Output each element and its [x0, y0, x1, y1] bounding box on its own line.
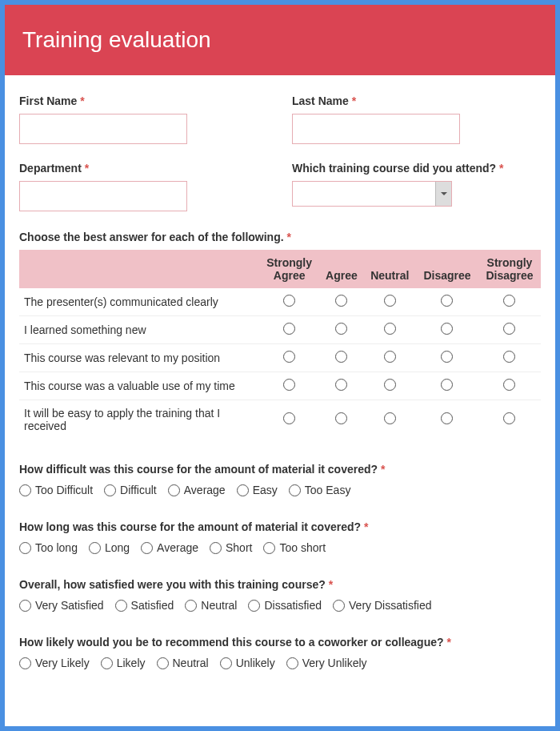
matrix-radio[interactable] [283, 323, 295, 335]
option-radio[interactable] [220, 657, 232, 669]
matrix-radio[interactable] [283, 412, 295, 424]
option[interactable]: Dissatisfied [248, 599, 322, 612]
matrix-cell [364, 372, 416, 400]
option[interactable]: Unlikely [220, 657, 275, 669]
matrix-radio[interactable] [503, 412, 515, 424]
option[interactable]: Average [141, 541, 198, 554]
option[interactable]: Too Difficult [19, 484, 93, 496]
matrix-radio[interactable] [384, 412, 396, 424]
option[interactable]: Average [168, 484, 226, 496]
matrix-radio[interactable] [441, 323, 453, 335]
matrix-cell [416, 344, 478, 372]
first-name-label-text: First Name [19, 94, 77, 107]
option[interactable]: Long [89, 541, 130, 554]
option-label: Long [105, 541, 130, 554]
matrix-row: The presenter(s) communicated clearly [19, 288, 541, 316]
matrix-cell [478, 344, 541, 372]
matrix-cell [259, 344, 319, 372]
option[interactable]: Likely [101, 657, 146, 669]
first-name-input[interactable] [19, 114, 187, 144]
option-radio[interactable] [157, 657, 169, 669]
matrix-header-col: StronglyDisagree [478, 250, 541, 288]
option[interactable]: Very Dissatisfied [333, 599, 431, 612]
matrix-radio[interactable] [335, 351, 347, 363]
matrix-radio[interactable] [335, 295, 347, 307]
option-radio[interactable] [263, 542, 275, 554]
option[interactable]: Too Easy [289, 484, 351, 496]
matrix-header-col: Disagree [416, 250, 478, 288]
option-radio[interactable] [19, 542, 31, 554]
matrix-radio[interactable] [335, 412, 347, 424]
required-asterisk: * [80, 94, 84, 107]
last-name-input[interactable] [292, 114, 460, 144]
matrix-row-label: This course was relevant to my position [19, 344, 259, 372]
matrix-radio[interactable] [335, 379, 347, 391]
option-radio[interactable] [141, 542, 153, 554]
matrix-radio[interactable] [384, 351, 396, 363]
option-radio[interactable] [104, 484, 116, 496]
option-radio[interactable] [19, 484, 31, 496]
matrix-radio[interactable] [283, 295, 295, 307]
option[interactable]: Neutral [185, 599, 237, 612]
question-label: How likely would you be to recommend thi… [19, 636, 541, 649]
matrix-radio[interactable] [441, 379, 453, 391]
option[interactable]: Easy [237, 484, 278, 496]
matrix-radio[interactable] [503, 323, 515, 335]
course-select[interactable] [292, 181, 452, 207]
option-radio[interactable] [19, 600, 31, 612]
option-radio[interactable] [115, 600, 127, 612]
required-asterisk: * [378, 463, 385, 476]
question-label: Overall, how satisfied were you with thi… [19, 578, 541, 591]
department-input[interactable] [19, 181, 187, 211]
option-label: Too Easy [305, 484, 351, 496]
option-radio[interactable] [210, 542, 222, 554]
matrix-radio[interactable] [441, 412, 453, 424]
option-radio[interactable] [248, 600, 260, 612]
matrix-row-label: I learned something new [19, 316, 259, 344]
option[interactable]: Very Likely [19, 657, 90, 669]
option-label: Very Unlikely [302, 657, 367, 669]
matrix-radio[interactable] [283, 379, 295, 391]
matrix-radio[interactable] [283, 351, 295, 363]
last-name-label-text: Last Name [292, 94, 349, 107]
option-radio[interactable] [168, 484, 180, 496]
option-radio[interactable] [237, 484, 249, 496]
matrix-radio[interactable] [335, 323, 347, 335]
matrix-radio[interactable] [441, 295, 453, 307]
matrix-radio[interactable] [503, 295, 515, 307]
option-radio[interactable] [89, 542, 101, 554]
matrix-cell [259, 372, 319, 400]
matrix-radio[interactable] [384, 323, 396, 335]
option[interactable]: Very Unlikely [286, 657, 367, 669]
option[interactable]: Neutral [157, 657, 209, 669]
option-radio[interactable] [101, 657, 113, 669]
option-radio[interactable] [333, 600, 345, 612]
matrix-cell [319, 372, 363, 400]
matrix-radio[interactable] [441, 351, 453, 363]
option[interactable]: Too long [19, 541, 78, 554]
option[interactable]: Difficult [104, 484, 157, 496]
matrix-radio[interactable] [384, 379, 396, 391]
department-label-text: Department [19, 162, 82, 175]
matrix-cell [478, 372, 541, 400]
question-label: How difficult was this course for the am… [19, 463, 541, 476]
course-label-text: Which training course did you attend? [292, 162, 496, 175]
matrix-radio[interactable] [503, 351, 515, 363]
matrix-header-empty [19, 250, 259, 288]
matrix-cell [364, 344, 416, 372]
matrix-radio[interactable] [503, 379, 515, 391]
option-radio[interactable] [289, 484, 301, 496]
required-asterisk: * [361, 520, 368, 533]
option-radio[interactable] [19, 657, 31, 669]
option-radio[interactable] [185, 600, 197, 612]
option-label: Too Difficult [35, 484, 93, 496]
last-name-label: Last Name * [292, 94, 541, 107]
question-block: How long was this course for the amount … [19, 520, 541, 554]
option-radio[interactable] [286, 657, 298, 669]
option[interactable]: Satisfied [115, 599, 174, 612]
option[interactable]: Very Satisfied [19, 599, 104, 612]
option[interactable]: Short [210, 541, 252, 554]
matrix-radio[interactable] [384, 295, 396, 307]
option[interactable]: Too short [263, 541, 326, 554]
department-label: Department * [19, 162, 268, 175]
